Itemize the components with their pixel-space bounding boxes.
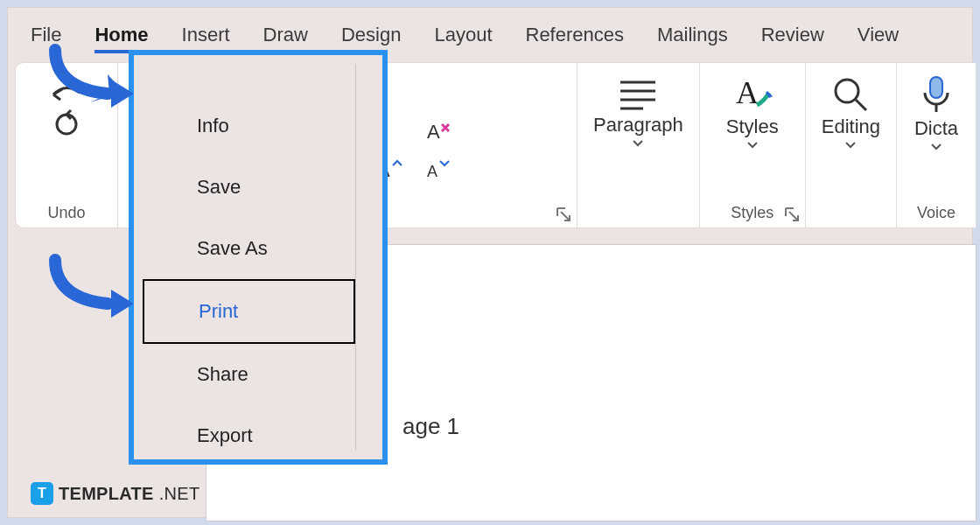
svg-marker-21 <box>111 80 134 108</box>
file-menu: Info Save Save As Print Share Export <box>129 50 388 465</box>
annotation-arrow-icon <box>46 45 134 115</box>
svg-marker-22 <box>111 290 134 318</box>
tab-references[interactable]: References <box>526 24 625 53</box>
tab-mailings[interactable]: Mailings <box>657 24 728 53</box>
tab-review[interactable]: Review <box>761 24 824 53</box>
dictate-dropdown-icon <box>931 144 942 150</box>
styles-dropdown-icon <box>747 142 758 149</box>
svg-text:A: A <box>427 121 440 143</box>
editing-button[interactable]: Editing <box>822 75 880 149</box>
font-dialog-launcher-icon[interactable] <box>556 206 571 222</box>
styles-big-label: Styles <box>726 116 779 138</box>
file-menu-save[interactable]: Save <box>143 157 355 218</box>
dictate-label: Dicta <box>914 117 958 140</box>
svg-rect-19 <box>930 77 942 98</box>
tab-insert[interactable]: Insert <box>182 24 230 53</box>
watermark-text-b: .NET <box>159 484 200 504</box>
svg-text:A: A <box>736 75 759 110</box>
clear-formatting-icon[interactable]: A <box>427 121 452 144</box>
tab-view[interactable]: View <box>858 24 899 53</box>
app-frame: File Home Insert Draw Design Layout Refe… <box>7 7 973 518</box>
tab-design[interactable]: Design <box>341 24 401 53</box>
file-menu-info[interactable]: Info <box>143 95 355 157</box>
voice-group: Dicta Voice <box>897 63 976 228</box>
annotation-arrow-icon <box>46 255 134 325</box>
styles-button[interactable]: A Styles <box>726 75 779 149</box>
svg-point-0 <box>57 115 76 134</box>
editing-dropdown-icon <box>845 142 856 149</box>
watermark-logo-icon: T <box>31 482 53 505</box>
svg-line-18 <box>856 100 866 110</box>
styles-group: A Styles Styles <box>700 63 805 228</box>
file-menu-share[interactable]: Share <box>143 344 355 405</box>
find-icon <box>831 75 870 112</box>
paragraph-label: Paragraph <box>593 114 683 136</box>
editing-group: Editing <box>806 63 896 228</box>
styles-icon: A <box>732 75 773 112</box>
paragraph-button[interactable]: Paragraph <box>593 75 683 147</box>
styles-group-label: Styles <box>731 204 774 228</box>
svg-point-17 <box>836 80 858 102</box>
microphone-icon <box>920 75 953 114</box>
tab-draw[interactable]: Draw <box>263 24 308 53</box>
paragraph-dropdown-icon <box>633 140 643 147</box>
tab-layout[interactable]: Layout <box>434 24 492 53</box>
svg-text:A: A <box>427 163 438 180</box>
voice-group-label: Voice <box>917 204 956 228</box>
paragraph-group: Paragraph <box>578 63 699 228</box>
dictate-button[interactable]: Dicta <box>914 75 958 150</box>
file-menu-export[interactable]: Export <box>143 405 355 466</box>
watermark: T TEMPLATE.NET <box>31 482 200 505</box>
undo-group-label: Undo <box>47 204 85 228</box>
watermark-text-a: TEMPLATE <box>59 484 154 504</box>
file-menu-print[interactable]: Print <box>143 279 355 344</box>
document-text: age 1 <box>402 413 459 440</box>
shrink-font-icon[interactable]: A <box>424 158 449 179</box>
file-menu-save-as[interactable]: Save As <box>143 218 355 279</box>
styles-dialog-launcher-icon[interactable] <box>784 206 800 222</box>
paragraph-icon <box>615 75 661 110</box>
editing-label: Editing <box>822 116 880 138</box>
